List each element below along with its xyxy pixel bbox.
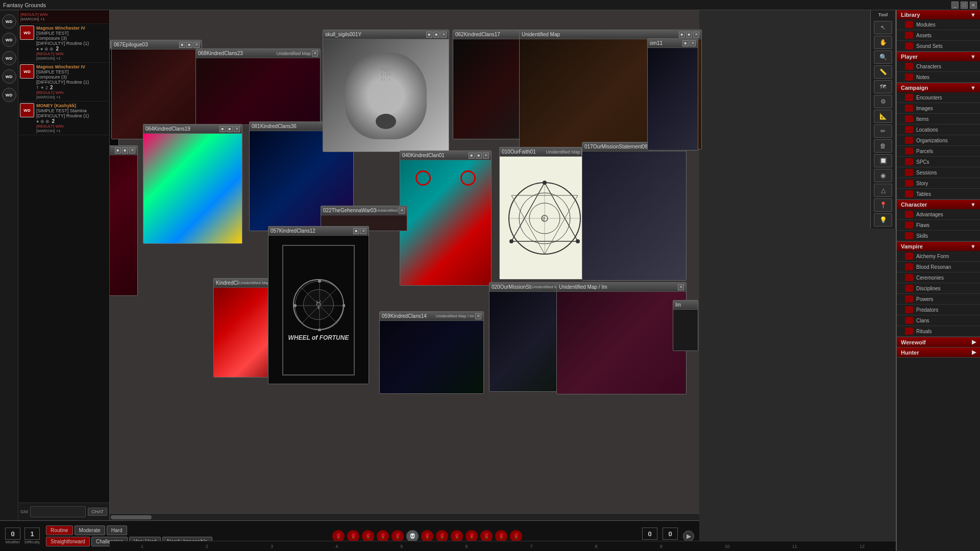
sidebar-item-bloodresonance[interactable]: Blood Resonan: [897, 262, 980, 272]
window-kindredclans23[interactable]: 068KindredClans23 Unidentified Map ✕: [195, 48, 321, 125]
win-pinkmap-x[interactable]: ✕: [678, 284, 684, 290]
modifier-value[interactable]: 0: [5, 528, 20, 540]
win-kc19-x[interactable]: ✕: [234, 126, 240, 132]
btn-hard[interactable]: Hard: [107, 525, 127, 535]
tool-map[interactable]: 🗺: [874, 80, 892, 93]
sidebar-item-modules[interactable]: Modules: [897, 19, 980, 30]
sidebar-item-ceremonies[interactable]: Ceremonies: [897, 272, 980, 283]
tool-settings[interactable]: ⚙: [874, 95, 892, 108]
dice-9[interactable]: 🌹: [465, 530, 478, 542]
win-tarot-btn1[interactable]: ■: [353, 228, 359, 234]
window-kc14[interactable]: 059KindredClans14 Unidentified Map / Im …: [379, 311, 484, 394]
sidebar-item-images[interactable]: Images: [897, 103, 980, 114]
tool-select[interactable]: 🔲: [874, 154, 892, 167]
sidebar-item-rituals[interactable]: Rituals: [897, 326, 980, 337]
chat-send-button[interactable]: CHAT: [88, 508, 107, 516]
window-partial[interactable]: Im: [673, 300, 698, 351]
sidebar-item-spcs[interactable]: SPCs: [897, 157, 980, 167]
scrollbar-thumb[interactable]: [111, 515, 152, 519]
win-map-btn2[interactable]: ■: [686, 32, 692, 38]
tool-measure[interactable]: 📏: [874, 65, 892, 79]
win-court01-btn2[interactable]: ■: [122, 147, 128, 154]
wp-logo-4[interactable]: WD: [2, 69, 16, 84]
win-kc19-btn2[interactable]: ■: [227, 126, 233, 132]
window-skull[interactable]: skull_sigils001Y ■ ■ ✕ ᚠᚢᚦᚨᚱᚲᚷᚹᚺᚾᛁᛃ: [323, 30, 449, 152]
dice-10[interactable]: 🌹: [480, 530, 493, 542]
window-tower[interactable]: om11 ■ ✕: [647, 38, 698, 151]
sidebar-item-disciplines[interactable]: Disciplines: [897, 283, 980, 294]
minimize-button[interactable]: _: [951, 2, 959, 9]
win-kc23-x[interactable]: ✕: [312, 51, 318, 57]
dice-12[interactable]: 🌹: [510, 530, 522, 542]
sidebar-player-header[interactable]: Player ▼: [897, 52, 980, 61]
tool-arrow[interactable]: ↖: [874, 21, 892, 34]
win-gehenna-x[interactable]: ✕: [399, 208, 405, 214]
sidebar-item-tables[interactable]: Tables: [897, 189, 980, 199]
win-ep-btn1[interactable]: ■: [179, 42, 185, 48]
tool-hand[interactable]: ✋: [874, 36, 892, 49]
sidebar-item-advantages[interactable]: Advantages: [897, 209, 980, 220]
win-map-btn1[interactable]: ■: [679, 32, 685, 38]
sidebar-item-story[interactable]: Story: [897, 178, 980, 189]
win-tarot-x[interactable]: ✕: [360, 228, 366, 234]
wp-logo-1[interactable]: WD: [2, 14, 16, 29]
sidebar-item-organizations[interactable]: Organizations: [897, 135, 980, 146]
btn-routine[interactable]: Routine: [46, 525, 72, 535]
danger-value[interactable]: 0: [642, 528, 657, 540]
btn-straightforward[interactable]: Straightforward: [46, 537, 90, 546]
wp-logo-2[interactable]: WD: [2, 33, 16, 47]
win-court01-btn1[interactable]: ■: [115, 147, 121, 154]
tool-draw[interactable]: ✏: [874, 124, 892, 138]
dice-7[interactable]: 🌹: [436, 530, 448, 542]
window-kindredclan01[interactable]: 040KindredClan01 ■ ■ ✕: [400, 151, 492, 286]
dice-11[interactable]: 🌹: [495, 530, 507, 542]
dice-4[interactable]: 🌹: [377, 530, 389, 542]
win-skull-x[interactable]: ✕: [440, 32, 447, 38]
win-skull-btn2[interactable]: ■: [433, 32, 439, 38]
tool-zoom[interactable]: 🔍: [874, 51, 892, 64]
btn-moderate[interactable]: Moderate: [75, 525, 105, 535]
tool-triangle[interactable]: △: [874, 184, 892, 197]
win-ep-btn2[interactable]: ■: [186, 42, 192, 48]
win-kc01-btn2[interactable]: ■: [476, 153, 482, 159]
sidebar-vampire-header[interactable]: Vampire ▼: [897, 242, 980, 251]
wp-logo-5[interactable]: WD: [2, 88, 16, 102]
difficulty-value[interactable]: 1: [24, 528, 40, 540]
sidebar-library-header[interactable]: Library ▼: [897, 10, 980, 19]
sidebar-item-skills[interactable]: Skills: [897, 231, 980, 241]
win-kc19-btn1[interactable]: ■: [219, 126, 226, 132]
dice-6[interactable]: 🌹: [421, 530, 433, 542]
sidebar-werewolf-header[interactable]: Werewolf ▶: [897, 337, 980, 347]
maximize-button[interactable]: □: [961, 2, 968, 9]
window-tarot[interactable]: 057KindredClans12 ■ ✕ ☿: [268, 226, 369, 384]
sidebar-item-characters[interactable]: Characters: [897, 61, 980, 72]
tool-light[interactable]: 💡: [874, 213, 892, 227]
sidebar-item-encounters[interactable]: Encounters: [897, 92, 980, 103]
win-tower-btn1[interactable]: ■: [682, 40, 689, 46]
sidebar-item-sessions[interactable]: Sessions: [897, 167, 980, 178]
dice-skull[interactable]: 💀: [406, 530, 419, 542]
win-court01-x[interactable]: ✕: [129, 147, 135, 154]
sidebar-item-locations[interactable]: Locations: [897, 124, 980, 135]
win-kc01-x[interactable]: ✕: [483, 153, 489, 159]
dice-8[interactable]: 🌹: [451, 530, 463, 542]
sidebar-item-parcels[interactable]: Parcels: [897, 146, 980, 157]
sidebar-item-soundsets[interactable]: Sound Sets: [897, 41, 980, 52]
window-mission08[interactable]: 017OurMissionStatement08 ■ ✕: [582, 142, 687, 281]
window-faith01[interactable]: 010OurFaith01 Unidentified Map ✕: [499, 147, 590, 280]
sidebar-item-notes[interactable]: Notes: [897, 72, 980, 83]
sidebar-item-flaws[interactable]: Flaws: [897, 220, 980, 231]
horizontal-scrollbar[interactable]: [110, 513, 699, 520]
sidebar-item-clans[interactable]: Clans: [897, 315, 980, 326]
tool-pin[interactable]: 📍: [874, 198, 892, 212]
sidebar-item-predators[interactable]: Predators: [897, 305, 980, 315]
sidebar-item-items[interactable]: Items: [897, 114, 980, 124]
win-kc01-btn1[interactable]: ■: [469, 153, 475, 159]
dice-1[interactable]: 🌹: [332, 530, 345, 542]
win-ep-x[interactable]: ✕: [193, 42, 200, 48]
win-kc14-x[interactable]: ✕: [475, 313, 481, 319]
sidebar-item-assets[interactable]: Assets: [897, 30, 980, 41]
win-tower-x[interactable]: ✕: [690, 40, 696, 46]
chat-input[interactable]: [30, 506, 86, 517]
sidebar-item-alchemyform[interactable]: Alchemy Form: [897, 251, 980, 262]
